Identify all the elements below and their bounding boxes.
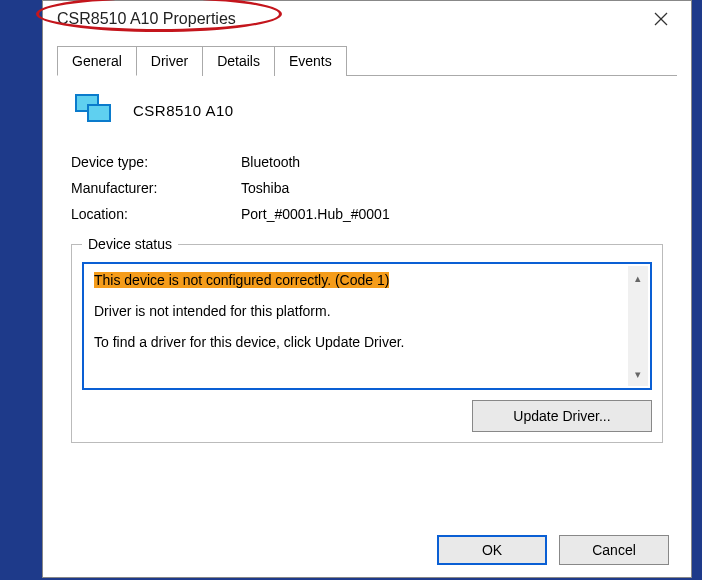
status-line-3: To find a driver for this device, click …	[94, 332, 626, 353]
tab-driver[interactable]: Driver	[136, 46, 203, 76]
properties-dialog: CSR8510 A10 Properties General Driver De…	[42, 0, 692, 578]
location-label: Location:	[71, 206, 241, 222]
device-type-value: Bluetooth	[241, 154, 300, 170]
location-value: Port_#0001.Hub_#0001	[241, 206, 390, 222]
status-line-1: This device is not configured correctly.…	[94, 272, 389, 288]
device-type-label: Device type:	[71, 154, 241, 170]
titlebar: CSR8510 A10 Properties	[43, 1, 691, 37]
manufacturer-value: Toshiba	[241, 180, 289, 196]
scroll-up-icon[interactable]: ▴	[635, 270, 641, 287]
device-icon	[71, 92, 113, 128]
device-status-legend: Device status	[82, 236, 178, 252]
update-driver-button[interactable]: Update Driver...	[472, 400, 652, 432]
row-device-type: Device type: Bluetooth	[71, 154, 663, 170]
device-header: CSR8510 A10	[71, 92, 663, 128]
scrollbar[interactable]: ▴ ▾	[628, 266, 648, 386]
row-manufacturer: Manufacturer: Toshiba	[71, 180, 663, 196]
status-line-2: Driver is not intended for this platform…	[94, 301, 626, 322]
scroll-down-icon[interactable]: ▾	[635, 366, 641, 383]
tab-general[interactable]: General	[57, 46, 137, 76]
tab-events[interactable]: Events	[274, 46, 347, 76]
manufacturer-label: Manufacturer:	[71, 180, 241, 196]
tab-details[interactable]: Details	[202, 46, 275, 76]
close-button[interactable]	[641, 4, 681, 34]
dialog-footer: OK Cancel	[437, 535, 669, 565]
row-location: Location: Port_#0001.Hub_#0001	[71, 206, 663, 222]
device-status-textbox[interactable]: This device is not configured correctly.…	[82, 262, 652, 390]
tab-content: CSR8510 A10 Device type: Bluetooth Manuf…	[43, 76, 691, 453]
cancel-button[interactable]: Cancel	[559, 535, 669, 565]
device-status-group: Device status This device is not configu…	[71, 236, 663, 443]
window-title: CSR8510 A10 Properties	[57, 10, 236, 28]
close-icon	[654, 12, 668, 26]
device-name: CSR8510 A10	[133, 102, 234, 119]
tab-bar: General Driver Details Events	[57, 45, 677, 76]
ok-button[interactable]: OK	[437, 535, 547, 565]
